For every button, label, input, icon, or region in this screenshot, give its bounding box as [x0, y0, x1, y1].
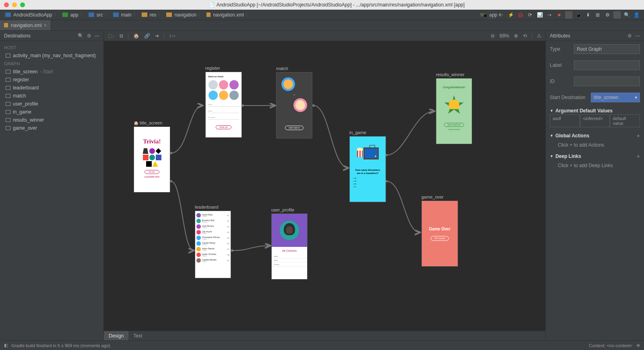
sdk-icon[interactable]: ⬇	[584, 11, 592, 19]
breadcrumb-navigation[interactable]: navigation〉	[165, 10, 204, 19]
attributes-title: Attributes	[550, 33, 570, 39]
graph-item-leaderboard[interactable]: leaderboard	[0, 84, 103, 92]
status-text: Gradle build finished in 5 s 969 ms (mom…	[11, 343, 110, 348]
screen-user-profile[interactable]: user_profile Ali Connors Rank Wins Losse…	[271, 207, 308, 280]
screen-in-game[interactable]: in_game How many kilometers are in a mar…	[349, 130, 386, 202]
hide-icon[interactable]: —	[95, 33, 99, 39]
attr-deep-hint: Click + to add Deep Links	[546, 162, 644, 172]
table-row: Violet Parks11:00am#1	[196, 213, 229, 218]
auto-arrange-icon[interactable]: ↕↔	[169, 33, 176, 39]
screen-game-over[interactable]: game_over Game Over TRY AGAIN	[421, 195, 458, 267]
gear-icon[interactable]: ⚙	[87, 33, 91, 39]
close-tab-icon[interactable]: ×	[44, 23, 47, 28]
avd-icon[interactable]: 📱	[575, 11, 582, 19]
settings-icon[interactable]: ⚙	[604, 11, 611, 19]
tab-design[interactable]: Design	[104, 331, 128, 340]
toolbar-actions: ⚒ 📱app▾ ↻ ⚡ 🐞 ⟳ 📊 ⇢ ■ 📱 ⬇ ⊞ ⚙ 🔍 👤	[478, 11, 640, 19]
attr-section-deep-links[interactable]: ▼Deep Links+	[546, 151, 644, 162]
zoom-level[interactable]: 68%	[500, 33, 509, 39]
breadcrumb-file[interactable]: navigation.xml〉	[205, 10, 252, 19]
graph-item-user-profile[interactable]: user_profile	[0, 100, 103, 108]
traffic-lights	[4, 2, 25, 7]
minimize-window-button[interactable]	[12, 2, 17, 7]
reset-zoom-icon[interactable]: ⟲	[523, 33, 527, 39]
run-icon[interactable]: ⚡	[507, 11, 514, 19]
nest-graph-icon[interactable]: ⧉	[120, 33, 123, 39]
host-item[interactable]: activity_main (my_nav_host_fragment)	[0, 52, 103, 60]
home-icon[interactable]: 🏠	[133, 33, 139, 39]
zoom-out-icon[interactable]: ⊖	[491, 33, 495, 39]
arrow-icon[interactable]: ➜	[155, 33, 159, 39]
svg-point-6	[231, 249, 233, 252]
navigation-canvas[interactable]: 🏠title_screen Trivia! PLAY LEADERB	[104, 41, 545, 331]
hide-icon[interactable]: —	[635, 33, 640, 39]
attr-start-select[interactable]: title_screen▾	[591, 93, 640, 102]
structure-icon[interactable]: ⊞	[594, 11, 601, 19]
destinations-panel: Destinations 🔍 ⚙ — HOST activity_main (m…	[0, 31, 104, 340]
avatar-icon[interactable]: 👤	[633, 11, 640, 19]
new-destination-icon[interactable]: ▢₊	[108, 33, 115, 39]
tool-window-icon[interactable]: ◧	[4, 343, 8, 348]
table-row: Christopher Pittman11:00am#5	[196, 235, 229, 240]
search-icon[interactable]: 🔍	[78, 33, 84, 39]
attr-label-input[interactable]	[574, 60, 640, 70]
screen-results-winner[interactable]: results_winner Congratulations! NEXT MAT…	[436, 72, 472, 144]
table-row: Cayden Mckay11:00am#6	[196, 241, 229, 246]
breadcrumb-src[interactable]: src〉	[87, 10, 111, 19]
screen-register[interactable]: register Select an Avatar Name Email Pas…	[205, 66, 242, 138]
search-icon[interactable]: 🔍	[623, 11, 630, 19]
inspector-icon[interactable]: ⊕	[636, 343, 640, 348]
file-tab-label: navigation.xml	[11, 23, 42, 28]
attr-section-argv[interactable]: ▼Argument Default Values	[546, 106, 644, 116]
file-tab-navigation[interactable]: navigation.xml×	[0, 20, 51, 30]
profiler-icon[interactable]: 📊	[536, 11, 543, 19]
zoom-window-button[interactable]	[20, 2, 25, 7]
graph-item-register[interactable]: register	[0, 76, 103, 84]
layout-icon	[6, 54, 10, 58]
add-deeplink-icon[interactable]: +	[637, 153, 640, 159]
breadcrumb-app[interactable]: app〉	[61, 10, 86, 19]
graph-item-in-game[interactable]: in_game	[0, 108, 103, 116]
zoom-in-icon[interactable]: ⊕	[514, 33, 518, 39]
editor-tabs: navigation.xml×	[0, 20, 644, 31]
add-action-icon[interactable]: +	[637, 133, 640, 139]
attr-id-label: ID	[550, 79, 570, 84]
window-title: AndroidStudioApp [~/AndroidStudioProject…	[217, 2, 465, 8]
tab-text[interactable]: Text	[128, 331, 147, 340]
breadcrumb-res[interactable]: res〉	[140, 10, 164, 19]
screen-match[interactable]: match vs START MATCH	[276, 66, 312, 139]
close-window-button[interactable]	[4, 2, 9, 7]
run-configuration-selector[interactable]: 📱app▾	[488, 11, 495, 19]
attr-id-input[interactable]	[574, 77, 640, 86]
status-bar: ◧ Gradle build finished in 5 s 969 ms (m…	[0, 340, 644, 350]
graph-item-results-winner[interactable]: results_winner	[0, 116, 103, 124]
table-row: Isabelle Mitchell11:00am#9	[196, 258, 229, 263]
coverage-icon[interactable]: ⟳	[526, 11, 534, 19]
breadcrumb-main[interactable]: main〉	[112, 10, 139, 19]
start-icon: 🏠	[134, 121, 138, 125]
destinations-title: Destinations	[4, 33, 31, 39]
attr-type-label: Type	[550, 46, 570, 52]
canvas-toolbar: ▢₊ ⧉ 🏠 🔗 ➜ ↕↔ ⊖ 68% ⊕ ⟲ ⚠	[104, 31, 545, 41]
link-icon[interactable]: 🔗	[144, 33, 150, 39]
screen-leaderboard[interactable]: leaderboard Violet Parks11:00am#1Brookly…	[195, 205, 231, 278]
attach-icon[interactable]: ⇢	[546, 11, 553, 19]
graph-item-title-screen[interactable]: title_screen - Start	[0, 68, 103, 76]
context-text[interactable]: Context: <no context>	[589, 343, 632, 348]
attr-global-hint: Click + to add Actions	[546, 141, 644, 151]
debug-icon[interactable]: 🐞	[517, 11, 524, 19]
attr-start-label: Start Destination	[550, 95, 587, 100]
screen-title-screen[interactable]: 🏠title_screen Trivia! PLAY LEADERB	[134, 120, 170, 193]
attr-section-global-actions[interactable]: ▼Global Actions+	[546, 130, 644, 141]
warnings-icon[interactable]: ⚠	[537, 33, 541, 39]
stop-icon[interactable]: ■	[555, 11, 563, 19]
sync-icon[interactable]: ↻	[497, 11, 505, 19]
graph-item-match[interactable]: match	[0, 92, 103, 100]
table-row: Brooklyn Wolf11:00am#2	[196, 218, 229, 224]
breadcrumbs: AndroidStudioApp〉 app〉 src〉 main〉 res〉 n…	[4, 10, 252, 19]
design-text-tabs: Design Text	[104, 331, 545, 340]
breadcrumb-project[interactable]: AndroidStudioApp〉	[4, 10, 60, 19]
graph-item-game-over[interactable]: game_over	[0, 124, 103, 132]
gear-icon[interactable]: ⚙	[627, 33, 632, 39]
table-row: Jose Mccarty11:00am#3	[196, 224, 229, 229]
